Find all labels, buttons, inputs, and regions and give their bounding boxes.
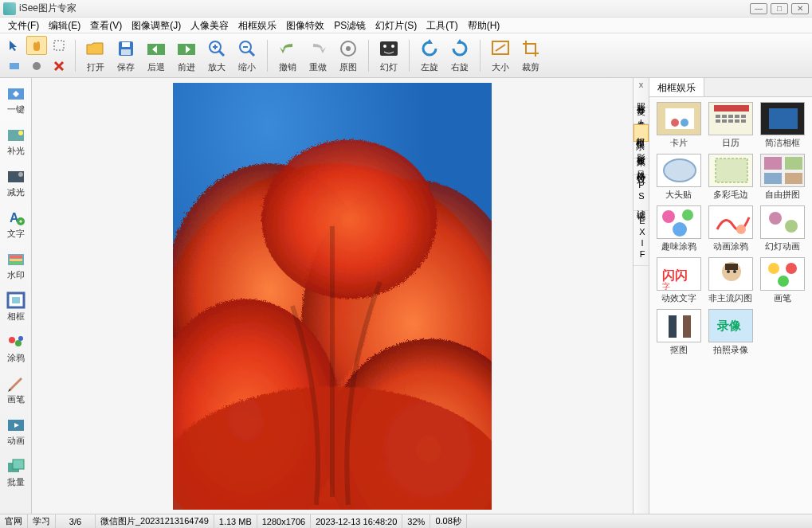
pointer-tool-icon[interactable] xyxy=(4,36,25,55)
image-canvas[interactable] xyxy=(32,78,633,514)
menu-view[interactable]: 查看(V) xyxy=(85,18,127,33)
thumb-label: 动画涂鸦 xyxy=(713,241,748,252)
graffiti-button[interactable]: 涂鸦 xyxy=(2,328,30,368)
undo-button[interactable]: 撤销 xyxy=(273,35,303,76)
redo-button[interactable]: 重做 xyxy=(303,35,333,76)
svg-point-13 xyxy=(383,45,386,48)
menu-effects[interactable]: 图像特效 xyxy=(281,18,329,33)
thumb-6[interactable]: 趣味涂鸦 xyxy=(654,205,703,252)
hand-tool-icon[interactable] xyxy=(26,36,47,55)
reduce-light-button[interactable]: 减光 xyxy=(2,162,30,202)
thumb-4[interactable]: 多彩毛边 xyxy=(706,154,755,201)
thumb-label: 多彩毛边 xyxy=(713,189,748,201)
menu-tools[interactable]: 工具(T) xyxy=(422,18,462,33)
status-filesize: 1.13 MB xyxy=(214,514,257,528)
menu-slideshow[interactable]: 幻灯片(S) xyxy=(371,18,422,33)
menu-help[interactable]: 帮助(H) xyxy=(463,18,505,33)
tool-a-icon[interactable] xyxy=(4,57,25,76)
fill-light-button[interactable]: 补光 xyxy=(2,121,30,161)
svg-point-2 xyxy=(33,62,41,70)
svg-rect-48 xyxy=(714,105,749,111)
vtab-photo-fix[interactable]: 照片修复 xyxy=(634,91,649,108)
watermark-button[interactable]: 水印 xyxy=(2,245,30,285)
svg-rect-64 xyxy=(716,158,747,182)
thumb-13[interactable]: 录像拍照录像 xyxy=(706,309,755,356)
thumb-label: 趣味涂鸦 xyxy=(661,241,696,252)
vtab-style-fx[interactable]: 风格特效 xyxy=(634,158,649,175)
tool-b-icon[interactable] xyxy=(26,57,47,76)
titlebar: iSee图片专家 — □ ✕ xyxy=(0,0,812,18)
maximize-button[interactable]: □ xyxy=(771,3,788,14)
svg-rect-84 xyxy=(725,264,738,270)
status-site-link[interactable]: 官网 xyxy=(0,514,28,528)
svg-point-30 xyxy=(15,340,22,346)
save-button[interactable]: 保存 xyxy=(111,35,141,76)
resize-button[interactable]: 大小 xyxy=(485,35,516,76)
thumb-5[interactable]: 自由拼图 xyxy=(759,154,807,201)
svg-point-31 xyxy=(18,336,23,341)
thumb-12[interactable]: 抠图 xyxy=(654,309,703,356)
thumb-0[interactable]: 卡片 xyxy=(654,102,703,149)
rotate-right-button[interactable]: 右旋 xyxy=(445,35,475,76)
status-filename: 微信图片_20231213164749 xyxy=(96,514,214,528)
zoom-out-button[interactable]: 缩小 xyxy=(232,35,262,76)
menu-edit[interactable]: 编辑(E) xyxy=(44,18,85,33)
menu-file[interactable]: 文件(F) xyxy=(3,18,44,33)
batch-button[interactable]: 批量 xyxy=(2,452,30,492)
slideshow-button[interactable]: 幻灯 xyxy=(374,35,404,76)
thumb-11[interactable]: 画笔 xyxy=(759,257,807,304)
svg-rect-49 xyxy=(716,115,720,118)
vtab-exif[interactable]: EXIF xyxy=(634,211,649,266)
svg-rect-26 xyxy=(10,262,22,264)
thumb-label: 简洁相框 xyxy=(765,137,800,149)
thumb-8[interactable]: 幻灯动画 xyxy=(759,205,807,252)
text-button[interactable]: A文字 xyxy=(2,204,30,244)
status-datetime: 2023-12-13 16:48:20 xyxy=(311,514,402,528)
zoom-in-button[interactable]: 放大 xyxy=(202,35,232,76)
svg-point-78 xyxy=(785,220,798,233)
svg-point-77 xyxy=(769,212,782,225)
status-learn-link[interactable]: 学习 xyxy=(28,514,56,528)
thumb-10[interactable]: 非主流闪图 xyxy=(706,257,755,304)
vtab-beauty[interactable]: 人像美容 xyxy=(634,108,649,124)
animation-button[interactable]: 动画 xyxy=(2,411,30,451)
svg-rect-50 xyxy=(722,115,727,118)
vtab-ps-filter[interactable]: PS滤镜 xyxy=(634,175,649,211)
frame-button[interactable]: 相框 xyxy=(2,287,30,327)
status-zoom: 32% xyxy=(402,514,430,528)
svg-rect-54 xyxy=(716,119,720,123)
forward-button[interactable]: 前进 xyxy=(171,35,202,76)
svg-point-71 xyxy=(662,210,675,223)
svg-rect-44 xyxy=(665,108,694,129)
thumb-9[interactable]: 闪闪字动效文字 xyxy=(654,257,703,304)
vtab-frame-fun[interactable]: 相框娱乐 xyxy=(634,124,649,142)
menu-image-adjust[interactable]: 图像调整(J) xyxy=(127,18,186,33)
svg-point-14 xyxy=(391,45,394,48)
thumb-2[interactable]: 简洁相框 xyxy=(759,102,807,149)
svg-point-73 xyxy=(673,222,687,237)
vtab-studio[interactable]: 影楼效果 xyxy=(634,142,649,158)
brush-button[interactable]: 画笔 xyxy=(2,370,30,409)
close-button[interactable]: ✕ xyxy=(791,3,809,14)
marquee-tool-icon[interactable] xyxy=(49,36,69,55)
thumb-1[interactable]: 日历 xyxy=(706,102,755,149)
onekey-button[interactable]: 一键 xyxy=(2,80,30,119)
open-button[interactable]: 打开 xyxy=(80,35,111,76)
delete-tool-icon[interactable] xyxy=(49,57,69,76)
back-button[interactable]: 后退 xyxy=(141,35,171,76)
thumb-3[interactable]: 大头贴 xyxy=(654,154,703,201)
thumb-label: 动效文字 xyxy=(661,292,696,304)
svg-rect-55 xyxy=(722,119,727,123)
panel-close-icon[interactable]: x xyxy=(634,78,649,91)
svg-rect-56 xyxy=(728,119,733,123)
rotate-left-button[interactable]: 左旋 xyxy=(414,35,445,76)
menu-frame[interactable]: 相框娱乐 xyxy=(233,18,281,33)
crop-button[interactable]: 裁剪 xyxy=(516,35,546,76)
right-panel-tab[interactable]: 相框娱乐 xyxy=(649,78,704,96)
minimize-button[interactable]: — xyxy=(750,3,767,14)
menu-ps-filter[interactable]: PS滤镜 xyxy=(329,18,371,33)
thumb-7[interactable]: 动画涂鸦 xyxy=(706,205,755,252)
svg-text:字: 字 xyxy=(662,282,670,291)
menu-beauty[interactable]: 人像美容 xyxy=(186,18,233,33)
original-button[interactable]: 原图 xyxy=(333,35,363,76)
